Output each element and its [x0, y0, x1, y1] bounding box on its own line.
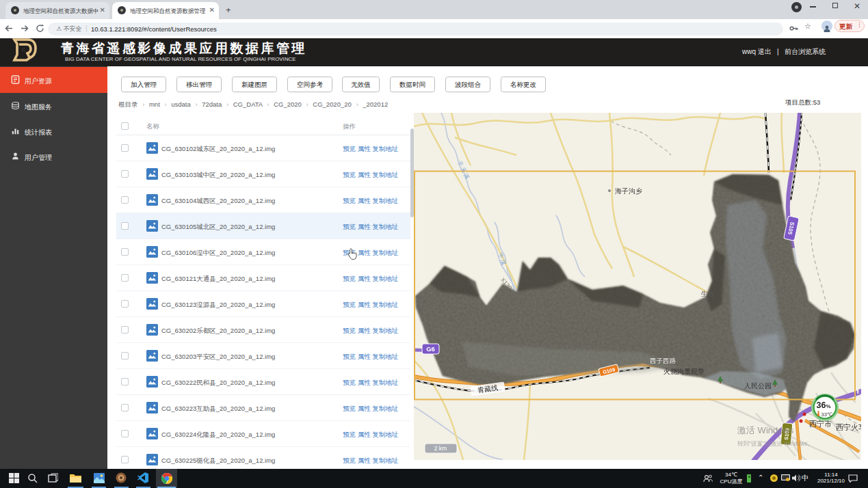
- svg-text:激活 Windows: 激活 Windows: [737, 425, 794, 435]
- svg-text:G6: G6: [426, 345, 435, 353]
- svg-text:西宁火车站: 西宁火车站: [836, 423, 861, 431]
- svg-text:人民公园: 人民公园: [744, 382, 772, 390]
- svg-text:生物: 生物: [700, 290, 714, 297]
- svg-text:海子沟乡: 海子沟乡: [615, 187, 642, 195]
- svg-text:西子西路: 西子西路: [650, 357, 676, 364]
- svg-text:33℃: 33℃: [821, 411, 833, 418]
- svg-text:2 km: 2 km: [434, 445, 447, 452]
- svg-text:火烧沟景观带: 火烧沟景观带: [663, 368, 705, 375]
- svg-text:转到"设置"以激活 Windows。: 转到"设置"以激活 Windows。: [737, 440, 813, 447]
- svg-text:西宁市: 西宁市: [809, 420, 832, 428]
